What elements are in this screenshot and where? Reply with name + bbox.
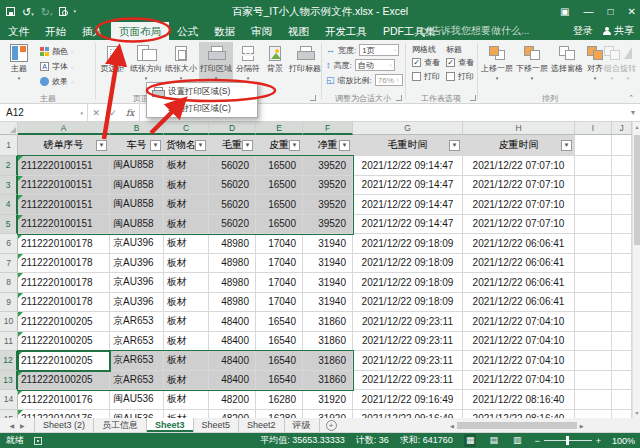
filter-button-F[interactable]: ▼ — [339, 140, 350, 151]
cell-I4[interactable] — [575, 195, 612, 215]
cell-E13[interactable]: 16540 — [256, 371, 303, 391]
close-button[interactable]: ✕ — [628, 6, 636, 17]
cell-F6[interactable]: 31940 — [303, 234, 353, 254]
cell-A1[interactable]: 磅单序号▼ — [18, 135, 110, 156]
cell-J4[interactable] — [612, 195, 632, 215]
minimize-button[interactable]: — — [584, 6, 594, 17]
scroll-left-icon[interactable]: ◀ — [450, 423, 454, 429]
cell-C6[interactable]: 板材 — [164, 234, 209, 254]
group-button[interactable]: 组合▾ — [604, 42, 620, 83]
row-header-5[interactable]: 5 — [0, 215, 18, 235]
cell-G3[interactable]: 2021/12/22 09:14:47 — [353, 176, 463, 196]
cell-D2[interactable]: 56020 — [209, 156, 256, 176]
cell-D4[interactable]: 56020 — [209, 195, 256, 215]
ribbon-tab-插入[interactable]: 插入 — [74, 22, 111, 40]
collapse-ribbon-icon[interactable]: ⌃ — [628, 94, 634, 102]
bring-forward-button[interactable]: 上移一层▾ — [480, 42, 514, 83]
cell-H10[interactable]: 2021/12/22 07:04:10 — [463, 312, 575, 332]
column-header-E[interactable]: E — [256, 122, 303, 135]
page-setup-dialog-launcher[interactable] — [310, 95, 316, 101]
cell-C1[interactable]: 货物名称▼ — [164, 135, 209, 156]
sheet-tab-Sheet5[interactable]: Sheet5 — [194, 418, 240, 432]
cell-A8[interactable]: 2112220100178 — [18, 273, 110, 293]
cell-E1[interactable]: 皮重▼ — [256, 135, 303, 156]
cell-D1[interactable]: 毛重▼ — [209, 135, 256, 156]
gridlines-view-checkbox[interactable]: ✓查看 — [412, 57, 440, 68]
cell-H11[interactable]: 2021/12/22 07:04:10 — [463, 332, 575, 352]
cell-I1[interactable] — [575, 135, 612, 156]
cell-B11[interactable]: 京AR653 — [110, 332, 164, 352]
themes-button[interactable]: 主题▾ — [4, 42, 34, 83]
cell-C9[interactable]: 板材 — [164, 293, 209, 313]
orientation-button[interactable]: 纸张方向▾ — [129, 42, 163, 83]
cell-F3[interactable]: 39520 — [303, 176, 353, 196]
zoom-level[interactable]: 100% — [612, 436, 635, 446]
cell-A7[interactable]: 2112220100178 — [18, 254, 110, 274]
selection-pane-button[interactable]: 选择窗格 — [550, 42, 584, 73]
cell-C10[interactable]: 板材 — [164, 312, 209, 332]
cell-I6[interactable] — [575, 234, 612, 254]
cell-E9[interactable]: 17040 — [256, 293, 303, 313]
theme-fonts-button[interactable]: A字体▾ — [40, 61, 74, 72]
row-header-3[interactable]: 3 — [0, 176, 18, 196]
cell-E6[interactable]: 17040 — [256, 234, 303, 254]
cell-G5[interactable]: 2021/12/22 09:14:47 — [353, 215, 463, 235]
horizontal-scrollbar[interactable]: ◀ ▶ — [450, 421, 630, 430]
cell-B15[interactable]: 闽AU536 — [110, 410, 164, 419]
print-titles-button[interactable]: 打印标题 — [288, 42, 322, 73]
ribbon-tab-开始[interactable]: 开始 — [37, 22, 74, 40]
row-header-1[interactable]: 1 — [0, 135, 18, 156]
column-header-J[interactable]: J — [612, 122, 632, 135]
column-header-C[interactable]: C — [164, 122, 209, 135]
filter-button-A[interactable]: ▼ — [96, 140, 107, 151]
cell-J1[interactable] — [612, 135, 632, 156]
cell-A11[interactable]: 2112220100205 — [18, 332, 110, 352]
cell-C15[interactable]: 板材 — [164, 410, 209, 419]
cell-D12[interactable]: 48400 — [209, 351, 256, 371]
cell-B6[interactable]: 京AU396 — [110, 234, 164, 254]
send-backward-button[interactable]: 下移一层▾ — [515, 42, 549, 83]
cell-D5[interactable]: 56020 — [209, 215, 256, 235]
row-header-13[interactable]: 13 — [0, 371, 18, 391]
rotate-button[interactable]: 旋转▾ — [620, 42, 636, 83]
cell-B3[interactable]: 闽AU858 — [110, 176, 164, 196]
cell-C5[interactable]: 板材 — [164, 215, 209, 235]
cell-I8[interactable] — [575, 273, 612, 293]
cell-J11[interactable] — [612, 332, 632, 352]
breaks-button[interactable]: 分隔符▾ — [234, 42, 262, 83]
cell-H6[interactable]: 2021/12/22 06:06:41 — [463, 234, 575, 254]
cell-J13[interactable] — [612, 371, 632, 391]
row-header-10[interactable]: 10 — [0, 312, 18, 332]
align-button[interactable]: 对齐▾ — [585, 42, 605, 83]
cell-F12[interactable]: 31860 — [303, 351, 353, 371]
cell-G4[interactable]: 2021/12/22 09:14:47 — [353, 195, 463, 215]
cell-G11[interactable]: 2021/12/22 09:23:11 — [353, 332, 463, 352]
cell-H14[interactable]: 2021/12/22 08:16:40 — [463, 390, 575, 410]
scroll-right-icon[interactable]: ▶ — [580, 423, 584, 429]
insert-function-icon[interactable]: fx — [126, 108, 134, 118]
cell-C14[interactable]: 板材 — [164, 390, 209, 410]
cell-G12[interactable]: 2021/12/22 09:23:11 — [353, 351, 463, 371]
macro-record-icon[interactable] — [34, 437, 42, 445]
margins-button[interactable]: 页边距▾ — [97, 42, 128, 83]
cell-C2[interactable]: 板材 — [164, 156, 209, 176]
cell-B12[interactable]: 京AR653 — [110, 351, 164, 371]
cell-J15[interactable] — [612, 410, 632, 419]
paper-size-button[interactable]: 纸张大小▾ — [164, 42, 198, 83]
cell-J7[interactable] — [612, 254, 632, 274]
headings-print-checkbox[interactable]: 打印 — [446, 71, 474, 82]
cell-E10[interactable]: 16540 — [256, 312, 303, 332]
filter-button-C[interactable]: ▼ — [195, 140, 206, 151]
new-sheet-button[interactable]: + — [326, 420, 337, 431]
cell-I10[interactable] — [575, 312, 612, 332]
cell-B10[interactable]: 京AR653 — [110, 312, 164, 332]
sheet-tab-员工信息[interactable]: 员工信息 — [94, 418, 147, 432]
row-header-12[interactable]: 12 — [0, 351, 18, 371]
cell-B4[interactable]: 闽AU858 — [110, 195, 164, 215]
filter-button-H[interactable]: ▼ — [561, 140, 572, 151]
cell-C11[interactable]: 板材 — [164, 332, 209, 352]
filter-button-B[interactable]: ▼ — [150, 140, 161, 151]
cell-G10[interactable]: 2021/12/22 09:23:11 — [353, 312, 463, 332]
cell-F11[interactable]: 31860 — [303, 332, 353, 352]
cell-C3[interactable]: 板材 — [164, 176, 209, 196]
